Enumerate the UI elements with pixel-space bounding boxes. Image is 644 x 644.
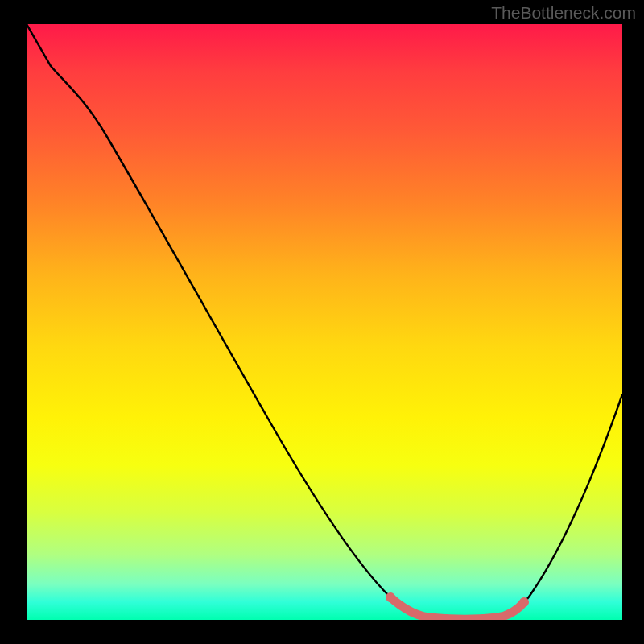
chart-svg xyxy=(27,24,622,620)
bottleneck-curve-line xyxy=(27,24,622,619)
optimal-segment-line xyxy=(390,597,524,619)
optimal-segment-end-dot xyxy=(519,597,529,607)
watermark-text: TheBottleneck.com xyxy=(491,3,636,23)
chart-plot-area xyxy=(27,24,622,620)
optimal-segment-start-dot xyxy=(386,592,395,602)
